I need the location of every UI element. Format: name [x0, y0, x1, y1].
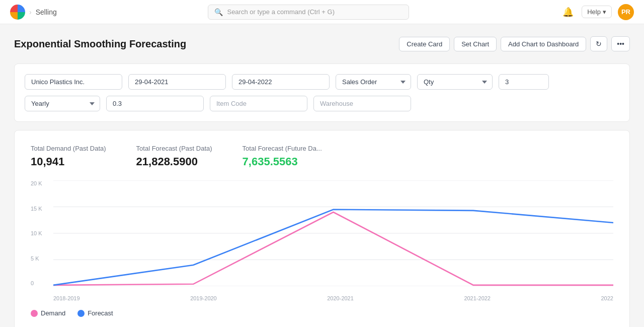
app-logo[interactable]: [10, 5, 25, 20]
set-chart-button[interactable]: Set Chart: [454, 37, 497, 51]
search-box[interactable]: 🔍 Search or type a command (Ctrl + G): [208, 5, 409, 20]
navbar: › Selling 🔍 Search or type a command (Ct…: [0, 0, 644, 24]
breadcrumb-selling[interactable]: Selling: [36, 8, 57, 16]
avatar[interactable]: PR: [618, 4, 634, 20]
chart-area: 0 5 K 10 K 15 K 20 K: [31, 180, 613, 301]
x-label-2020-2021: 2020-2021: [327, 295, 354, 301]
forecast-legend-dot: [77, 310, 85, 317]
company-input[interactable]: [25, 74, 122, 90]
filter-row-2: Yearly Quarterly Monthly: [25, 96, 619, 111]
chart-svg-wrapper: [53, 180, 613, 286]
forecast-line: [53, 210, 613, 285]
y-label-5k: 5 K: [31, 255, 51, 261]
item-code-input[interactable]: [210, 96, 307, 111]
periodicity-select[interactable]: Yearly Quarterly Monthly: [25, 96, 100, 111]
y-label-15k: 15 K: [31, 206, 51, 212]
page-title: Exponential Smoothing Forecasting: [14, 38, 186, 50]
breadcrumb-separator: ›: [29, 8, 32, 16]
chart-x-axis: 2018-2019 2019-2020 2020-2021 2021-2022 …: [53, 295, 613, 301]
search-placeholder-text: Search or type a command (Ctrl + G): [227, 8, 335, 16]
stat-total-forecast-past-value: 21,828.5900: [136, 155, 212, 168]
help-chevron-icon: ▾: [603, 8, 606, 16]
demand-legend-label: Demand: [41, 309, 65, 317]
search-area[interactable]: 🔍 Search or type a command (Ctrl + G): [208, 5, 409, 20]
forecast-legend-label: Forecast: [88, 309, 113, 317]
navbar-right: 🔔 Help ▾ PR: [560, 4, 634, 20]
filter-row-1: Sales Order Delivery Note Sales Invoice …: [25, 74, 619, 90]
x-label-2019-2020: 2019-2020: [190, 295, 217, 301]
x-label-2022: 2022: [601, 295, 613, 301]
aggregate-by-select[interactable]: Qty Amount: [417, 74, 493, 90]
stat-total-forecast-future-value: 7,635.5563: [243, 155, 322, 168]
warehouse-input[interactable]: [313, 96, 411, 111]
help-button[interactable]: Help ▾: [582, 6, 612, 18]
based-on-select[interactable]: Sales Order Delivery Note Sales Invoice: [336, 74, 411, 90]
stats-row: Total Demand (Past Data) 10,941 Total Fo…: [31, 145, 613, 168]
stat-total-forecast-future-label: Total Forecast (Future Da...: [243, 145, 322, 152]
page-header: Exponential Smoothing Forecasting Create…: [14, 36, 630, 51]
stat-total-demand-label: Total Demand (Past Data): [31, 145, 106, 152]
demand-legend-dot: [31, 310, 38, 317]
legend-forecast: Forecast: [77, 309, 113, 317]
navbar-left: › Selling: [10, 5, 57, 20]
stat-total-forecast-past-label: Total Forecast (Past Data): [136, 145, 212, 152]
more-icon: •••: [617, 40, 624, 48]
stat-total-forecast-past: Total Forecast (Past Data) 21,828.5900: [136, 145, 212, 168]
legend-demand: Demand: [31, 309, 65, 317]
no-of-periods-input[interactable]: [499, 74, 549, 90]
from-date-input[interactable]: [128, 74, 226, 90]
stat-total-demand-value: 10,941: [31, 155, 106, 168]
demand-line: [53, 212, 613, 285]
notification-button[interactable]: 🔔: [560, 5, 576, 20]
stat-total-demand: Total Demand (Past Data) 10,941: [31, 145, 106, 168]
page-actions: Create Card Set Chart Add Chart to Dashb…: [399, 36, 630, 51]
stat-total-forecast-future: Total Forecast (Future Da... 7,635.5563: [243, 145, 322, 168]
y-label-0: 0: [31, 280, 51, 286]
help-label: Help: [587, 8, 601, 16]
smoothing-constant-input[interactable]: [106, 96, 204, 111]
to-date-input[interactable]: [232, 74, 330, 90]
chart-legend: Demand Forecast: [31, 307, 613, 317]
y-label-10k: 10 K: [31, 230, 51, 236]
chart-y-axis: 0 5 K 10 K 15 K 20 K: [31, 180, 51, 286]
more-options-button[interactable]: •••: [611, 36, 630, 51]
add-chart-button[interactable]: Add Chart to Dashboard: [501, 37, 586, 51]
stats-chart-panel: Total Demand (Past Data) 10,941 Total Fo…: [14, 130, 630, 327]
x-label-2018-2019: 2018-2019: [53, 295, 80, 301]
page-content: Exponential Smoothing Forecasting Create…: [0, 24, 644, 327]
create-card-button[interactable]: Create Card: [399, 37, 450, 51]
chart-svg: [53, 180, 613, 286]
refresh-button[interactable]: ↻: [590, 36, 607, 51]
y-label-20k: 20 K: [31, 180, 51, 186]
search-icon: 🔍: [214, 8, 223, 16]
filter-panel: Sales Order Delivery Note Sales Invoice …: [14, 63, 630, 122]
x-label-2021-2022: 2021-2022: [464, 295, 491, 301]
